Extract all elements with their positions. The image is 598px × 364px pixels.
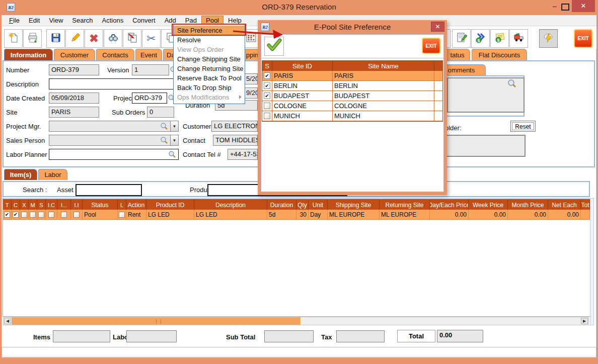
tab-flat-discounts[interactable]: Flat Discounts [472,49,527,60]
cell-duration[interactable]: 5d [267,210,296,219]
col-day-each-price[interactable]: Day/Each Price [430,200,469,210]
col-product-id[interactable]: Product ID [146,200,194,210]
cell-l[interactable] [118,210,126,219]
col-week-price[interactable]: Week Price [469,200,508,210]
checkbox-idots[interactable] [61,212,67,218]
col-description[interactable]: Description [194,200,267,210]
cell-returning-site[interactable]: ML EUROPE [380,210,430,219]
site-name-cell[interactable]: COLOGNE [333,101,434,111]
menu-actions[interactable]: Actions [98,16,128,25]
exit-button[interactable]: EXIT [574,29,592,48]
col-qty[interactable]: Qty [296,200,309,210]
cut-button[interactable]: ✂ [142,29,161,48]
cell-ii[interactable] [71,210,83,219]
rates-note-button[interactable]: $ [490,29,509,48]
sales-person-search-icon[interactable] [160,136,168,144]
delete-button[interactable]: ✖ [85,29,103,48]
dialog-close-button[interactable]: ✕ [431,22,444,32]
checkbox-s[interactable] [38,212,44,218]
tab-labor[interactable]: Labor [38,169,67,180]
cell-x[interactable] [20,210,29,219]
dialog-col-site-name[interactable]: Site Name [333,61,434,71]
col-net-each[interactable]: Net Each [548,200,581,210]
reset-button[interactable]: Reset [510,121,536,132]
cell-m[interactable] [29,210,37,219]
site-id-cell[interactable]: MUNICH [272,111,333,121]
cell-month-price[interactable]: 0.00 [508,210,548,219]
cell-idots[interactable] [57,210,71,219]
project-input[interactable]: ORD-379 [132,93,167,104]
cell-product-id[interactable]: LG LED [146,210,194,219]
col-action[interactable]: Action [126,200,146,210]
menu-search[interactable]: Search [67,16,97,25]
col-returning-site[interactable]: Returning Site [380,200,430,210]
col-duration[interactable]: Duration [267,200,296,210]
site-checkbox[interactable] [264,103,270,109]
col-shipping-site[interactable]: Shipping Site [328,200,380,210]
tab-contacts[interactable]: Contacts [96,49,134,60]
col-x[interactable]: X [20,200,29,210]
title-bar[interactable]: R2 ORD-379 Reservation – ✕ [0,0,598,15]
dialog-row-budapest[interactable]: BUDAPEST BUDAPEST [262,91,442,101]
project-mgr-dropdown-arrow[interactable]: ▼ [170,121,179,132]
site-name-cell[interactable]: MUNICH [333,111,434,121]
site-id-cell[interactable]: COLOGNE [272,101,333,111]
scroll-right-arrow[interactable]: ▶ [581,318,588,324]
menu-edit[interactable]: Edit [24,16,44,25]
cell-t[interactable] [3,210,12,219]
checkbox-m[interactable] [30,212,36,218]
dialog-col-s[interactable]: S [262,61,272,71]
sales-person-field[interactable] [49,135,171,146]
find-button[interactable] [104,29,122,48]
col-t[interactable]: T [3,200,12,210]
checkbox-c[interactable] [13,212,19,218]
tab-status-partial[interactable]: tatus [445,49,470,60]
col-l[interactable]: L [118,200,126,210]
tab-information[interactable]: Information [4,49,53,60]
col-month-price[interactable]: Month Price [508,200,548,210]
cell-c[interactable] [12,210,20,219]
menu-item-change-returning-site[interactable]: Change Returning Site [174,64,245,73]
site-id-cell[interactable]: PARIS [272,71,333,80]
cell-description[interactable]: LG LED [194,210,267,219]
cell-ic[interactable] [46,210,57,219]
minimize-button[interactable]: – [549,1,561,12]
scrollbar-thumb[interactable] [12,317,301,325]
site-checkbox[interactable] [264,113,270,119]
menu-item-change-shipping-site[interactable]: Change Shipping Site [174,54,245,64]
checkbox-l[interactable] [119,212,125,218]
dialog-row-paris[interactable]: PARIS PARIS [262,71,442,81]
rates-forward-button[interactable]: $ [471,29,490,48]
site-name-cell[interactable]: BERLIN [333,81,434,90]
site-id-cell[interactable]: BUDAPEST [272,91,333,101]
checkbox-x[interactable] [21,212,27,218]
menu-file[interactable]: File [5,16,24,25]
cell-status[interactable]: Pool [83,210,118,219]
col-tot[interactable]: Tot [581,200,590,210]
site-checkbox[interactable] [264,72,270,79]
col-s[interactable]: S [37,200,46,210]
print-button[interactable] [23,29,42,48]
items-grid-row[interactable]: Pool Rent LG LED LG LED 5d 30 Day ML EUR… [3,210,590,220]
cell-shipping-site[interactable]: ML EUROPE [328,210,380,219]
sales-person-dropdown-arrow[interactable]: ▼ [170,135,179,146]
menu-convert[interactable]: Convert [128,16,160,25]
checkbox-ic[interactable] [48,212,54,218]
paste-special-button[interactable] [123,29,141,48]
dialog-row-munich[interactable]: MUNICH MUNICH [262,111,442,121]
site-id-cell[interactable]: BERLIN [272,81,333,90]
col-ic[interactable]: I.C [46,200,57,210]
col-m[interactable]: M [29,200,37,210]
checkbox-t[interactable] [4,212,10,218]
scroll-left-arrow[interactable]: ◀ [4,318,11,324]
dialog-row-berlin[interactable]: BERLIN BERLIN [262,81,442,91]
col-idots[interactable]: I... [57,200,71,210]
tab-event[interactable]: Event [135,49,162,60]
tab-items[interactable]: Item(s) [4,169,37,180]
menu-item-back-to-drop-ship[interactable]: Back To Drop Ship [174,83,245,93]
site-name-cell[interactable]: PARIS [333,71,434,80]
labor-planner-search-icon[interactable] [168,150,176,158]
dialog-row-cologne[interactable]: COLOGNE COLOGNE [262,101,442,111]
col-status[interactable]: Status [83,200,118,210]
site-checkbox[interactable] [264,93,270,99]
